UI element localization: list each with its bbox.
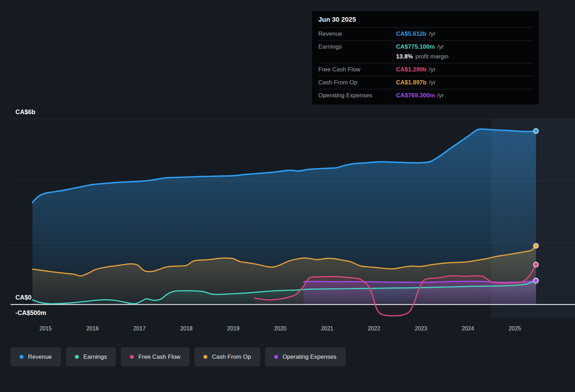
tooltip-row-label: Operating Expenses (318, 92, 396, 99)
x-axis-label-2016: 2016 (86, 326, 99, 331)
x-axis-label-2025: 2025 (508, 326, 521, 331)
legend-item-cash-from-op[interactable]: Cash From Op (194, 347, 260, 366)
series-marker-revenue (534, 128, 539, 133)
legend-item-revenue[interactable]: Revenue (11, 347, 61, 366)
tooltip-row-free-cash-flow: Free Cash FlowCA$1.289b/yr (318, 63, 533, 76)
tooltip-row-value: 13.8% (396, 53, 413, 60)
series-marker-operating-expenses (534, 278, 539, 283)
legend-item-earnings[interactable]: Earnings (66, 347, 116, 366)
tooltip-row-suffix: /yr (429, 30, 436, 37)
x-axis-label-2020: 2020 (274, 326, 286, 331)
tooltip-row-value: CA$1.897b (396, 79, 427, 86)
legend-dot-icon (274, 355, 278, 359)
tooltip-row-suffix: /yr (429, 66, 436, 73)
tooltip-rows: RevenueCA$5.612b/yrEarningsCA$775.100m/y… (318, 28, 533, 102)
chart-tooltip: Jun 30 2025 RevenueCA$5.612b/yrEarningsC… (312, 10, 539, 105)
chart-legend: RevenueEarningsFree Cash FlowCash From O… (11, 347, 346, 366)
tooltip-date: Jun 30 2025 (318, 16, 533, 28)
tooltip-row-suffix: /yr (437, 43, 444, 50)
x-axis-label-2018: 2018 (180, 326, 193, 331)
x-axis-label-2015: 2015 (39, 326, 52, 331)
tooltip-row-profit-margin: 13.8%profit margin (318, 53, 533, 63)
tooltip-row-value: CA$1.289b (396, 66, 427, 73)
chart-page: CA$6bCA$0-CA$500m20152016201720182019202… (0, 0, 575, 392)
tooltip-row-revenue: RevenueCA$5.612b/yr (318, 28, 533, 41)
tooltip-row-label: Earnings (318, 43, 396, 50)
legend-label: Cash From Op (212, 354, 251, 360)
tooltip-row-label: Cash From Op (318, 79, 396, 86)
series-marker-cash-from-op (534, 243, 539, 248)
legend-dot-icon (75, 355, 79, 359)
legend-dot-icon (20, 355, 23, 359)
legend-item-operating-expenses[interactable]: Operating Expenses (265, 347, 346, 366)
x-axis-label-2019: 2019 (227, 326, 240, 331)
tooltip-row-value: CA$769.300m (396, 92, 435, 99)
y-axis-label-0: CA$6b (15, 108, 35, 115)
tooltip-row-suffix: /yr (437, 92, 444, 99)
series-marker-free-cash-flow (534, 262, 539, 267)
tooltip-row-label: Revenue (318, 30, 396, 37)
legend-item-free-cash-flow[interactable]: Free Cash Flow (121, 347, 189, 366)
tooltip-row-label: Free Cash Flow (318, 66, 396, 73)
legend-label: Earnings (83, 354, 107, 360)
tooltip-row-suffix: /yr (429, 79, 436, 86)
tooltip-row-value: CA$5.612b (396, 30, 427, 37)
y-axis-label-1: CA$0 (15, 294, 32, 301)
x-axis-label-2021: 2021 (321, 326, 333, 331)
y-axis-label-2: -CA$500m (15, 309, 46, 316)
legend-label: Free Cash Flow (138, 354, 180, 360)
x-axis-label-2024: 2024 (462, 326, 474, 331)
tooltip-row-suffix: profit margin (415, 53, 448, 60)
tooltip-row-cash-from-op: Cash From OpCA$1.897b/yr (318, 76, 533, 89)
tooltip-row-value: CA$775.100m (396, 43, 435, 50)
highlight-band (491, 119, 575, 318)
tooltip-row-operating-expenses: Operating ExpensesCA$769.300m/yr (318, 89, 533, 102)
legend-dot-icon (203, 355, 207, 359)
legend-label: Operating Expenses (283, 354, 337, 360)
x-axis-label-2023: 2023 (415, 326, 427, 331)
legend-label: Revenue (28, 354, 52, 360)
legend-dot-icon (130, 355, 134, 359)
x-axis-label-2022: 2022 (368, 326, 380, 331)
x-axis-label-2017: 2017 (133, 326, 146, 331)
tooltip-row-earnings: EarningsCA$775.100m/yr (318, 41, 533, 53)
